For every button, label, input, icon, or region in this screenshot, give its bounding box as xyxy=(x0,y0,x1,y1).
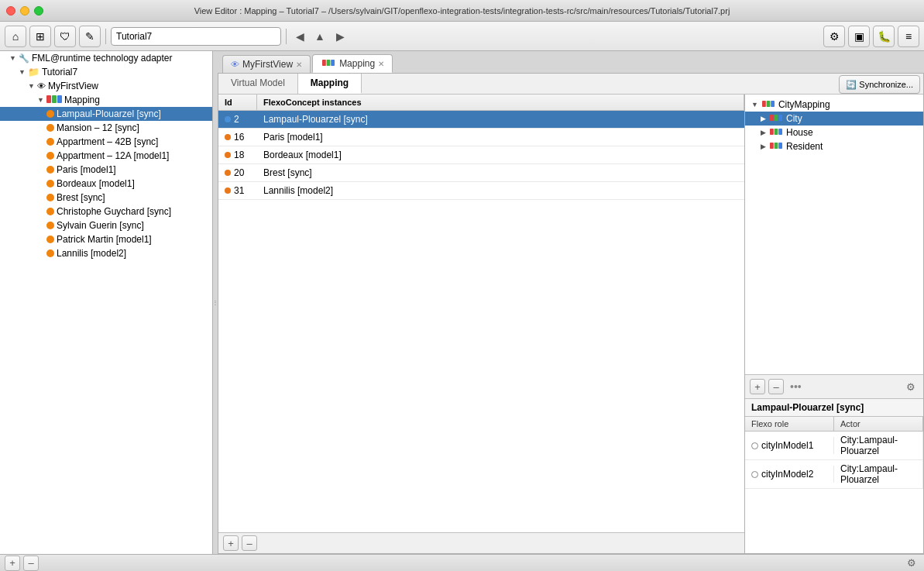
bottom-td-actor-2: City:Lampaul-Plouarzel xyxy=(834,460,923,488)
bottom-row-2[interactable]: cityInModel2 City:Lampaul-Plouarzel xyxy=(745,460,923,489)
triangle-resident[interactable]: ▶ xyxy=(761,143,766,150)
maximize-button[interactable] xyxy=(34,6,43,15)
separator-1 xyxy=(105,29,106,44)
tree-label-myfirstview: MyFirstView xyxy=(48,81,98,91)
toolbar-btn-right-1[interactable]: ⚙ xyxy=(823,26,845,47)
triangle-citymapping[interactable]: ▼ xyxy=(751,101,758,108)
dot-appartment12a xyxy=(46,152,54,160)
gear-button[interactable]: ⚙ xyxy=(903,379,919,394)
triangle-city[interactable]: ▶ xyxy=(761,115,766,122)
sync-label: Synchronize... xyxy=(859,80,913,89)
toolbar-btn-3[interactable]: 🛡 xyxy=(54,26,76,47)
status-gear-button[interactable]: ⚙ xyxy=(904,556,919,571)
tree-label-fml: FML@runtime technology adapter xyxy=(32,53,173,64)
dot-bordeaux xyxy=(46,180,54,187)
dot-christophe xyxy=(46,208,54,215)
minimize-button[interactable] xyxy=(20,6,29,15)
sync-icon: 🔄 xyxy=(846,80,857,90)
dot-mansion xyxy=(46,124,54,132)
subtab-virtual-model[interactable]: Virtual Model xyxy=(218,74,298,94)
tree-label-mansion: Mansion – 12 [sync] xyxy=(57,122,139,133)
subtab-mapping[interactable]: Mapping xyxy=(298,74,362,94)
triangle-myfirstview[interactable]: ▼ xyxy=(28,82,35,90)
row-dot-20 xyxy=(225,170,231,176)
toolbar-btn-2[interactable]: ⊞ xyxy=(29,26,51,47)
main-layout: ▼ 🔧 FML@runtime technology adapter ▼ 📁 T… xyxy=(0,51,924,554)
row-id-20: 20 xyxy=(234,167,244,178)
row-dot-16 xyxy=(225,134,231,140)
tab-view-icon: 👁 xyxy=(231,60,239,69)
tree-item-myfirstview[interactable]: ▼ 👁 MyFirstView xyxy=(0,79,212,93)
tree-item-resident[interactable]: ▶ Resident xyxy=(745,139,923,153)
table-row[interactable]: 31 Lannilis [model2] xyxy=(218,182,744,200)
table-row[interactable]: 18 Bordeaux [model1] xyxy=(218,146,744,164)
tree-item-lampaul[interactable]: Lampaul-Plouarzel [sync] xyxy=(0,107,212,121)
table-row[interactable]: 2 Lampaul-Plouarzel [sync] xyxy=(218,111,744,129)
bottom-table-body: cityInModel1 City:Lampaul-Plouarzel city… xyxy=(745,432,923,553)
tree-item-tutorial7[interactable]: ▼ 📁 Tutorial7 xyxy=(0,65,212,79)
dot-sylvain xyxy=(46,222,54,229)
toolbar-btn-1[interactable]: ⌂ xyxy=(5,26,26,47)
tree-item-fml[interactable]: ▼ 🔧 FML@runtime technology adapter xyxy=(0,51,212,65)
edit-icon: ✎ xyxy=(85,30,94,43)
row-label-16: Paris [model1] xyxy=(257,129,744,146)
tree-item-patrick[interactable]: Patrick Martin [model1] xyxy=(0,232,212,246)
tree-label-appartment12a: Appartment – 12A [model1] xyxy=(57,150,169,161)
close-button[interactable] xyxy=(6,6,15,15)
status-remove-button[interactable]: – xyxy=(23,556,39,571)
triangle-mapping[interactable]: ▼ xyxy=(37,96,44,104)
dot-appartment42b xyxy=(46,138,54,146)
toolbar: ⌂ ⊞ 🛡 ✎ ◀ ▲ ▶ ⚙ ▣ 🐛 ≡ xyxy=(0,22,924,51)
home-icon: ⌂ xyxy=(12,30,19,43)
tree-item-christophe[interactable]: Christophe Guychard [sync] xyxy=(0,205,212,218)
back-button[interactable]: ◀ xyxy=(291,28,308,45)
triangle-tutorial7[interactable]: ▼ xyxy=(19,68,26,76)
tree-item-sylvain[interactable]: Sylvain Guerin [sync] xyxy=(0,218,212,232)
tree-item-bordeaux[interactable]: Bordeaux [model1] xyxy=(0,177,212,191)
table-row[interactable]: 20 Brest [sync] xyxy=(218,164,744,182)
tree-label-paris: Paris [model1] xyxy=(57,164,116,175)
bottom-panel-title: Lampaul-Plouarzel [sync] xyxy=(745,399,923,417)
forward-button[interactable]: ▶ xyxy=(331,28,349,45)
status-add-button[interactable]: + xyxy=(5,556,20,571)
tree-label-sylvain: Sylvain Guerin [sync] xyxy=(57,220,144,231)
tree-item-mansion[interactable]: Mansion – 12 [sync] xyxy=(0,121,212,135)
up-button[interactable]: ▲ xyxy=(311,28,328,45)
triangle-fml[interactable]: ▼ xyxy=(9,54,16,62)
tree-item-city[interactable]: ▶ City xyxy=(745,112,923,126)
tree-item-brest[interactable]: Brest [sync] xyxy=(0,191,212,205)
table-row[interactable]: 16 Paris [model1] xyxy=(218,129,744,146)
tree-item-lannilis[interactable]: Lannilis [model2] xyxy=(0,246,212,260)
add-tree-button[interactable]: + xyxy=(750,379,765,394)
tree-item-paris[interactable]: Paris [model1] xyxy=(0,163,212,177)
row-id-31: 31 xyxy=(234,185,244,196)
tab-close-myfirstview[interactable]: ✕ xyxy=(296,60,302,69)
tab-myfirstview[interactable]: 👁 MyFirstView ✕ xyxy=(222,55,311,73)
triangle-house[interactable]: ▶ xyxy=(761,129,766,136)
settings-icon: ⚙ xyxy=(830,30,840,43)
tree-item-citymapping[interactable]: ▼ CityMapping xyxy=(745,98,923,112)
toolbar-btn-right-2[interactable]: ▣ xyxy=(848,26,870,47)
synchronize-button[interactable]: 🔄 Synchronize... xyxy=(839,75,920,94)
tab-close-mapping[interactable]: ✕ xyxy=(378,60,384,68)
remove-row-button[interactable]: – xyxy=(242,535,257,551)
tree-item-appartment42b[interactable]: Appartment – 42B [sync] xyxy=(0,135,212,149)
adapter-icon: 🔧 xyxy=(19,53,29,64)
traffic-lights[interactable] xyxy=(6,6,43,15)
tree-label-house: House xyxy=(786,127,813,138)
row-dot-2 xyxy=(225,116,231,122)
tree-item-mapping[interactable]: ▼ Mapping xyxy=(0,93,212,107)
sub-tab-bar: Virtual Model Mapping 🔄 Synchronize... xyxy=(218,74,923,95)
remove-tree-button[interactable]: – xyxy=(768,379,784,394)
tab-mapping[interactable]: Mapping ✕ xyxy=(312,54,393,73)
tree-item-appartment12a[interactable]: Appartment – 12A [model1] xyxy=(0,149,212,163)
toolbar-btn-right-4[interactable]: ≡ xyxy=(898,26,919,47)
shield-icon: 🛡 xyxy=(60,30,70,43)
bottom-row-1[interactable]: cityInModel1 City:Lampaul-Plouarzel xyxy=(745,432,923,460)
content-area: Virtual Model Mapping 🔄 Synchronize... I… xyxy=(218,73,924,554)
add-row-button[interactable]: + xyxy=(223,535,239,551)
toolbar-btn-4[interactable]: ✎ xyxy=(79,26,101,47)
tree-item-house[interactable]: ▶ House xyxy=(745,126,923,139)
toolbar-btn-right-3[interactable]: 🐛 xyxy=(873,26,895,47)
project-input[interactable] xyxy=(111,27,281,46)
